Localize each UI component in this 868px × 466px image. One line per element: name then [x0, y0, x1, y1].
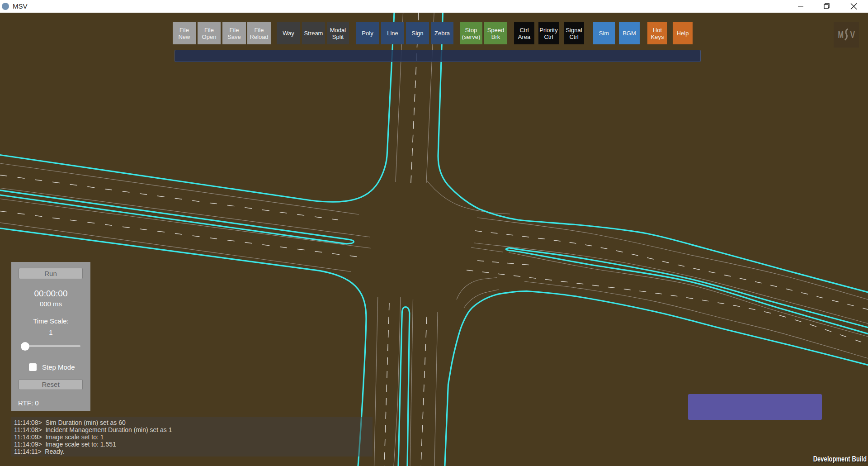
svg-text:V: V: [850, 29, 855, 40]
svg-text:M: M: [838, 29, 844, 40]
